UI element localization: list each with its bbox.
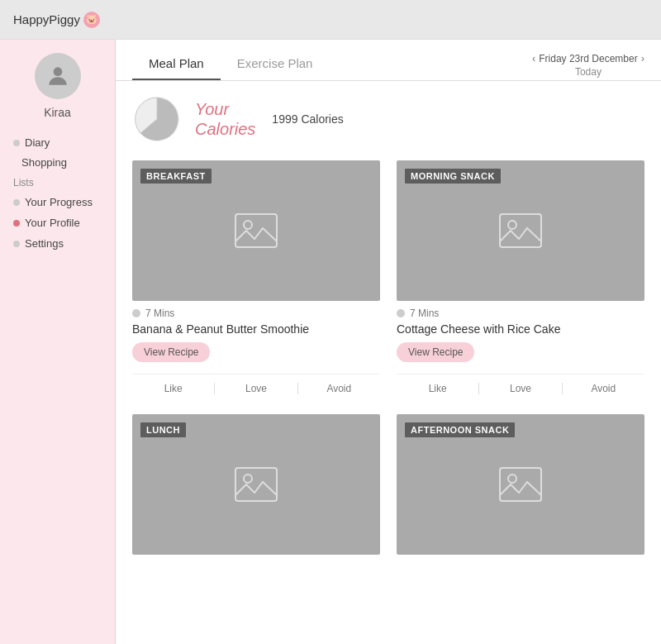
calories-title: Your Calories	[195, 99, 255, 139]
morning-snack-time: 7 Mins	[397, 308, 644, 319]
sidebar-item-diary[interactable]: Diary	[10, 132, 105, 153]
breakfast-love-button[interactable]: Love	[215, 379, 297, 398]
breakfast-time-dot	[132, 309, 140, 317]
next-date-arrow[interactable]: ›	[641, 52, 644, 64]
morning-snack-placeholder-icon	[496, 210, 545, 251]
morning-snack-like-button[interactable]: Like	[397, 379, 478, 398]
sidebar-item-your-progress[interactable]: Your Progress	[10, 192, 105, 212]
morning-snack-actions: Like Love Avoid	[397, 374, 644, 398]
date-navigation: ‹ Friday 23rd December › Today	[532, 52, 644, 78]
morning-snack-name: Cottage Cheese with Rice Cake	[397, 322, 644, 336]
meal-card-breakfast: BREAKFAST 7 Mins Banana & Peanut Butter	[132, 160, 380, 398]
sidebar-item-shopping[interactable]: Shopping	[10, 153, 105, 172]
svg-point-7	[244, 475, 252, 483]
lunch-image: LUNCH	[132, 414, 380, 555]
afternoon-snack-placeholder-icon	[496, 464, 545, 505]
meal-card-morning-snack: MORNING SNACK 7 Mins Cottage Cheese with	[397, 160, 644, 398]
nav-dot-profile	[13, 220, 20, 227]
sidebar-label-settings: Settings	[25, 237, 64, 250]
breakfast-view-recipe-button[interactable]: View Recipe	[132, 342, 210, 362]
app-logo: HappyPiggy 🐷	[13, 12, 100, 28]
breakfast-placeholder-icon	[231, 210, 281, 251]
svg-rect-6	[235, 468, 277, 501]
tabs-bar: Meal Plan Exercise Plan ‹ Friday 23rd De…	[116, 40, 661, 81]
sidebar: Kiraa Diary Shopping Lists Your Progress…	[0, 40, 116, 644]
breakfast-actions: Like Love Avoid	[132, 374, 380, 398]
breakfast-meta: 7 Mins Banana & Peanut Butter Smoothie V…	[132, 301, 380, 365]
morning-snack-love-button[interactable]: Love	[479, 379, 561, 398]
user-icon	[45, 63, 71, 89]
svg-point-3	[244, 221, 252, 229]
meal-card-afternoon-snack: AFTERNOON SNACK	[397, 414, 644, 555]
logo-text: HappyPiggy	[13, 12, 80, 26]
breakfast-avoid-button[interactable]: Avoid	[298, 379, 380, 398]
morning-snack-time-dot	[397, 309, 405, 317]
content-area: Your Calories 1999 Calories BREAKFAST	[116, 81, 661, 568]
sidebar-nav: Diary Shopping Lists Your Progress Your …	[0, 132, 115, 254]
sidebar-label-shopping: Shopping	[21, 156, 67, 169]
lunch-label: LUNCH	[140, 422, 186, 437]
breakfast-image: BREAKFAST	[132, 160, 380, 301]
nav-dot-settings	[13, 241, 20, 247]
tab-meal-plan[interactable]: Meal Plan	[132, 50, 221, 80]
sidebar-label-diary: Diary	[25, 136, 50, 149]
meal-card-lunch: LUNCH	[132, 414, 380, 555]
main-content: Meal Plan Exercise Plan ‹ Friday 23rd De…	[116, 40, 661, 644]
current-date: Friday 23rd December	[539, 53, 637, 64]
main-layout: Kiraa Diary Shopping Lists Your Progress…	[0, 40, 661, 644]
svg-rect-8	[500, 468, 541, 501]
sidebar-item-settings[interactable]: Settings	[10, 233, 105, 254]
tabs: Meal Plan Exercise Plan	[132, 50, 329, 80]
svg-point-9	[508, 475, 516, 483]
breakfast-name: Banana & Peanut Butter Smoothie	[132, 322, 380, 336]
prev-date-arrow[interactable]: ‹	[532, 52, 535, 64]
svg-rect-4	[500, 214, 541, 247]
nav-dot-progress	[13, 199, 20, 206]
lunch-placeholder-icon	[231, 464, 281, 505]
calories-pie-chart	[132, 94, 182, 144]
breakfast-time: 7 Mins	[132, 308, 380, 319]
sidebar-item-your-profile[interactable]: Your Profile	[10, 212, 105, 233]
afternoon-snack-image: AFTERNOON SNACK	[397, 414, 644, 555]
sidebar-section-lists: Lists	[10, 174, 105, 192]
pig-icon: 🐷	[83, 12, 100, 28]
avatar	[35, 53, 81, 99]
afternoon-snack-label: AFTERNOON SNACK	[405, 422, 515, 437]
lists-label: Lists	[13, 177, 34, 188]
morning-snack-meta: 7 Mins Cottage Cheese with Rice Cake Vie…	[397, 301, 644, 365]
sidebar-username: Kiraa	[44, 106, 71, 119]
calories-section: Your Calories 1999 Calories	[132, 94, 644, 144]
breakfast-like-button[interactable]: Like	[132, 379, 214, 398]
svg-point-0	[53, 67, 62, 76]
breakfast-label: BREAKFAST	[140, 169, 212, 184]
calories-label-wrap: Your Calories	[195, 99, 255, 139]
svg-point-5	[508, 221, 516, 229]
meal-grid: BREAKFAST 7 Mins Banana & Peanut Butter	[132, 160, 644, 555]
today-label: Today	[575, 66, 602, 78]
calories-amount: 1999 Calories	[272, 112, 343, 126]
morning-snack-label: MORNING SNACK	[405, 169, 501, 184]
tab-exercise-plan[interactable]: Exercise Plan	[221, 50, 330, 80]
nav-dot-diary	[13, 140, 20, 146]
morning-snack-avoid-button[interactable]: Avoid	[563, 379, 644, 398]
sidebar-label-progress: Your Progress	[25, 196, 93, 208]
morning-snack-view-recipe-button[interactable]: View Recipe	[397, 342, 474, 362]
sidebar-label-profile: Your Profile	[25, 217, 80, 229]
svg-rect-2	[235, 214, 277, 247]
morning-snack-image: MORNING SNACK	[397, 160, 644, 301]
app-header: HappyPiggy 🐷	[0, 0, 661, 40]
date-row: ‹ Friday 23rd December ›	[532, 52, 644, 64]
